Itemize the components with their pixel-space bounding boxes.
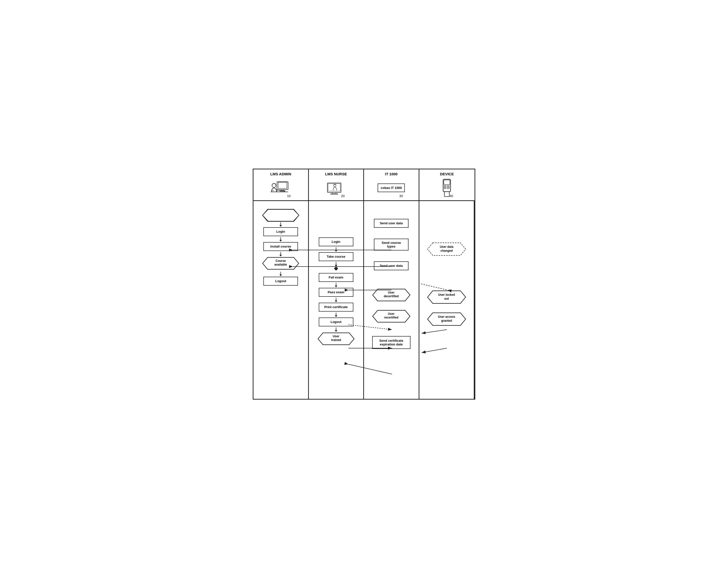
arrow-n5 xyxy=(336,313,336,316)
header-lms-nurse: LMS NURSE 20 xyxy=(309,169,364,200)
fail-exam-box: Fail exam xyxy=(319,273,353,282)
send-cert-expiry-label: Send certificate expiration date xyxy=(376,339,407,346)
course-available-item: Course available xyxy=(262,257,299,271)
svg-text:User: User xyxy=(388,291,394,294)
admin-ref: 10 xyxy=(287,194,291,198)
lms-admin-title: LMS ADMIN xyxy=(270,172,291,176)
arrow-4 xyxy=(280,272,281,275)
pass-exam-item: Pass exam xyxy=(319,288,353,297)
admin-logout-item: Logout xyxy=(263,277,298,286)
svg-text:Training need: Training need xyxy=(271,211,290,215)
body-row: Training need by user Login xyxy=(253,201,475,399)
device-title: DEVICE xyxy=(440,172,454,176)
nurse-logout-box: Logout xyxy=(319,318,353,326)
lms-nurse-title: LMS NURSE xyxy=(325,172,347,176)
send-user-data-1-item: Send user data xyxy=(374,219,409,228)
user-data-changed-item: User data changed xyxy=(427,242,466,256)
svg-text:changed: changed xyxy=(440,249,453,252)
send-course-types-label: Send course types xyxy=(377,241,405,248)
user-access-granted-hex: User access granted xyxy=(427,312,466,326)
svg-text:User locked: User locked xyxy=(438,293,455,296)
take-course-item: Take course xyxy=(319,252,353,261)
arrow-3 xyxy=(280,252,281,255)
admin-login-item: Login xyxy=(263,227,298,236)
svg-rect-18 xyxy=(444,192,449,197)
nurse-login-box: Login xyxy=(319,237,353,246)
send-user-data-1-label: Send user data xyxy=(380,221,403,225)
lane-it1000: Send user data Send course types Send us… xyxy=(364,201,419,399)
it1000-icon-area: cobas IT 1000 30 xyxy=(378,178,405,198)
training-need-hex: Training need by user xyxy=(262,209,299,222)
nurse-logout-label: Logout xyxy=(331,320,341,324)
it1000-title: IT 1000 xyxy=(385,172,398,176)
device-icon-area: 40 xyxy=(439,178,454,198)
install-course-box: Install course xyxy=(263,242,298,251)
take-course-box: Take course xyxy=(319,252,353,261)
arrow-1 xyxy=(280,222,281,225)
admin-login-label: Login xyxy=(276,230,285,233)
user-trained-hex: User trained xyxy=(318,332,355,345)
send-user-data-2-label: Send user data xyxy=(380,264,403,268)
svg-rect-17 xyxy=(447,187,449,189)
arrow-n6 xyxy=(336,327,336,330)
pass-exam-box: Pass exam xyxy=(319,288,353,297)
print-cert-box: Print certificate xyxy=(319,303,353,312)
arrow-n2 xyxy=(336,262,336,265)
svg-marker-19 xyxy=(263,209,299,221)
lane-lms-nurse: Login Take course xyxy=(309,201,364,399)
take-course-label: Take course xyxy=(327,255,345,258)
header-it1000: IT 1000 cobas IT 1000 30 xyxy=(364,169,419,200)
user-recertified-item: User recertified xyxy=(372,310,410,323)
decision-diamond xyxy=(334,266,338,271)
it1000-label: cobas IT 1000 xyxy=(381,186,402,190)
svg-rect-1 xyxy=(278,182,287,188)
svg-text:User: User xyxy=(388,312,394,316)
svg-rect-13 xyxy=(444,180,450,184)
header-row: LMS ADMIN xyxy=(253,169,475,201)
training-need-hex-svg: Training need by user xyxy=(262,209,299,222)
svg-text:out: out xyxy=(444,297,449,300)
svg-rect-10 xyxy=(331,194,338,194)
svg-text:User access: User access xyxy=(438,315,455,318)
svg-rect-14 xyxy=(444,185,446,187)
svg-text:User: User xyxy=(333,335,339,338)
svg-text:recertified: recertified xyxy=(384,316,398,319)
lane-lms-admin: Training need by user Login xyxy=(253,201,309,399)
user-locked-out-item: User locked out xyxy=(427,290,466,304)
send-cert-expiry-item: Send certificate expiration date xyxy=(372,336,410,349)
nurse-logout-item: Logout xyxy=(319,318,353,326)
send-course-types-item: Send course types xyxy=(374,239,409,250)
nurse-login-item: Login xyxy=(319,237,353,246)
user-recertified-hex: User recertified xyxy=(372,310,410,323)
diagram-container: LMS ADMIN xyxy=(253,169,475,400)
course-available-hex: Course available xyxy=(262,257,299,271)
fail-exam-item: Fail exam xyxy=(319,273,353,282)
user-decertified-hex: User decertified xyxy=(372,289,410,301)
lane-device: User data changed User locked out User a… xyxy=(419,201,475,399)
svg-text:by user: by user xyxy=(275,215,286,218)
device-ref: 40 xyxy=(450,194,453,198)
install-course-item: Install course xyxy=(263,242,298,251)
user-decertified-item: User decertified xyxy=(372,289,410,301)
svg-text:User data: User data xyxy=(440,245,453,249)
arrow-n3 xyxy=(336,283,336,286)
user-trained-item: User trained xyxy=(318,332,355,345)
svg-text:decertified: decertified xyxy=(384,295,399,298)
install-course-label: Install course xyxy=(270,245,291,248)
header-device: DEVICE 40 xyxy=(419,169,475,200)
lms-admin-icon-area: 10 xyxy=(270,178,292,198)
nurse-ref: 20 xyxy=(341,194,344,198)
arrow-n1 xyxy=(336,247,336,250)
course-available-hex-svg: Course available xyxy=(262,257,299,270)
it1000-box: cobas IT 1000 xyxy=(378,183,405,192)
print-cert-item: Print certificate xyxy=(319,303,353,312)
svg-rect-15 xyxy=(447,185,449,187)
nurse-login-label: Login xyxy=(332,240,340,244)
fail-exam-label: Fail exam xyxy=(329,275,343,279)
svg-text:granted: granted xyxy=(441,319,452,322)
arrow-n4 xyxy=(336,298,336,301)
send-cert-expiry-box: Send certificate expiration date xyxy=(372,336,410,349)
svg-text:trained: trained xyxy=(331,338,341,342)
admin-login-box: Login xyxy=(263,227,298,236)
header-lms-admin: LMS ADMIN xyxy=(253,169,309,200)
